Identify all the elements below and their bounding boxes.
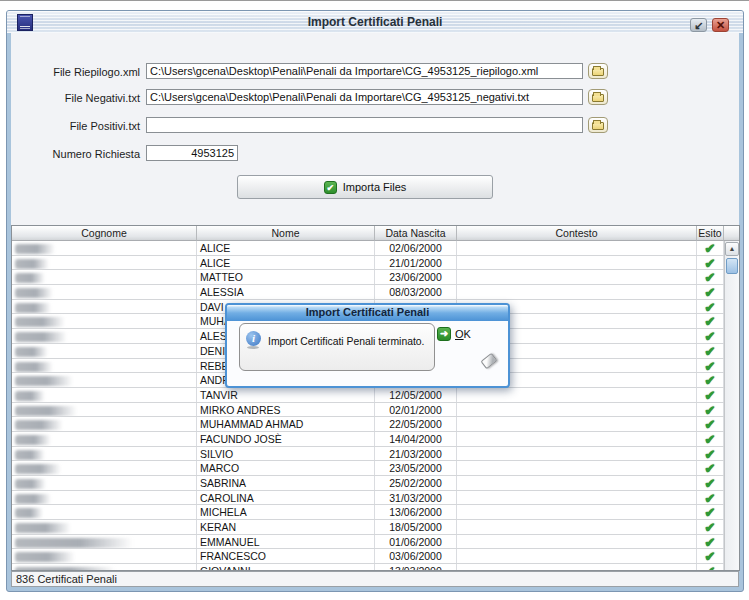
scrollbar-thumb[interactable] — [726, 258, 738, 274]
dialog-title[interactable]: Import Certificati Penali — [227, 305, 508, 321]
nome-cell: SABRINA — [197, 476, 375, 490]
cognome-cell — [12, 329, 197, 343]
nome-cell: MARCO — [197, 461, 375, 475]
table-row[interactable]: CAROLINA31/03/2000✔ — [12, 491, 724, 506]
contesto-cell — [457, 491, 697, 505]
nome-cell: ALICE — [197, 241, 375, 255]
table-scrollbar[interactable]: ▲ — [724, 241, 739, 570]
data-nascita-cell: 25/02/2000 — [375, 476, 457, 490]
browse-folder-button[interactable] — [588, 117, 608, 133]
scrollbar-up-icon[interactable]: ▲ — [725, 242, 739, 256]
browse-folder-button[interactable] — [588, 63, 608, 79]
column-header[interactable]: Data Nascita — [375, 226, 457, 241]
esito-cell: ✔ — [697, 476, 724, 490]
field-label: Numero Richiesta — [16, 146, 140, 162]
field-input[interactable] — [146, 117, 583, 133]
column-header[interactable]: Esito — [697, 226, 724, 241]
esito-check-icon: ✔ — [697, 242, 723, 255]
table-row[interactable]: MICHELA13/06/2000✔ — [12, 505, 724, 520]
contesto-cell — [457, 520, 697, 534]
field-input[interactable]: C:\Users\gcena\Desktop\Penali\Penali da … — [146, 89, 583, 105]
esito-check-icon: ✔ — [697, 418, 723, 431]
table-row[interactable]: ALICE21/01/2000✔ — [12, 256, 724, 271]
esito-check-icon: ✔ — [697, 521, 723, 534]
esito-cell: ✔ — [697, 491, 724, 505]
import-result-dialog: Import Certificati Penali i Import Certi… — [225, 303, 510, 388]
table-row[interactable]: GIOVANNI13/03/2000✔ — [12, 564, 724, 571]
esito-cell: ✔ — [697, 285, 724, 299]
column-header[interactable]: Contesto — [457, 226, 697, 241]
redacted-cognome — [15, 347, 48, 357]
cognome-cell — [12, 256, 197, 270]
contesto-cell — [457, 270, 697, 284]
table-row[interactable]: ALICE02/06/2000✔ — [12, 241, 724, 256]
ok-button[interactable]: ➜ OK — [437, 327, 471, 341]
esito-check-icon: ✔ — [697, 345, 723, 358]
redacted-cognome — [15, 376, 73, 386]
table-row[interactable]: MATTEO23/06/2000✔ — [12, 270, 724, 285]
esito-check-icon: ✔ — [697, 477, 723, 490]
contesto-cell — [457, 535, 697, 549]
browse-folder-button[interactable] — [588, 89, 608, 105]
cognome-cell — [12, 461, 197, 475]
contesto-cell — [457, 476, 697, 490]
table-row[interactable]: MARCO23/05/2000✔ — [12, 461, 724, 476]
esito-cell: ✔ — [697, 403, 724, 417]
table-row[interactable]: KERAN18/05/2000✔ — [12, 520, 724, 535]
table-row[interactable]: MUHAMMAD AHMAD22/05/2000✔ — [12, 417, 724, 432]
minimize-icon[interactable]: ↙ — [690, 18, 707, 32]
cognome-cell — [12, 564, 197, 571]
table-row[interactable]: ALESSIA08/03/2000✔ — [12, 285, 724, 300]
table-row[interactable]: EMMANUEL01/06/2000✔ — [12, 535, 724, 550]
cognome-cell — [12, 359, 197, 373]
nome-cell: ALESSIA — [197, 285, 375, 299]
close-icon[interactable]: ✕ — [712, 18, 729, 32]
esito-check-icon: ✔ — [697, 389, 723, 402]
dialog-message: Import Certificati Penali terminato. — [268, 336, 425, 347]
table-row[interactable]: TANVIR12/05/2000✔ — [12, 388, 724, 403]
window-titlebar[interactable]: Import Certificati Penali ↙ ✕ — [7, 11, 743, 33]
data-nascita-cell: 23/05/2000 — [375, 461, 457, 475]
importa-files-button[interactable]: ✔ Importa Files — [237, 175, 493, 199]
dialog-message-panel: i Import Certificati Penali terminato. — [239, 323, 435, 371]
esito-check-icon: ✔ — [697, 506, 723, 519]
esito-check-icon: ✔ — [697, 462, 723, 475]
esito-check-icon: ✔ — [697, 301, 723, 314]
field-input[interactable]: 4953125 — [146, 145, 238, 161]
data-nascita-cell: 21/03/2000 — [375, 447, 457, 461]
field-input[interactable]: C:\Users\gcena\Desktop\Penali\Penali da … — [146, 63, 583, 79]
table-row[interactable]: FRANCESCO03/06/2000✔ — [12, 549, 724, 564]
nome-cell: TANVIR — [197, 388, 375, 402]
column-header[interactable]: Cognome — [12, 226, 197, 241]
data-nascita-cell: 08/03/2000 — [375, 285, 457, 299]
contesto-cell — [457, 505, 697, 519]
cognome-cell — [12, 373, 197, 387]
table-row[interactable]: MIRKO ANDRES02/01/2000✔ — [12, 403, 724, 418]
esito-cell: ✔ — [697, 314, 724, 328]
table-row[interactable]: SABRINA25/02/2000✔ — [12, 476, 724, 491]
esito-check-icon: ✔ — [697, 404, 723, 417]
esito-cell: ✔ — [697, 549, 724, 563]
cognome-cell — [12, 241, 197, 255]
redacted-cognome — [15, 244, 55, 254]
nome-cell: MICHELA — [197, 505, 375, 519]
table-row[interactable]: FACUNDO JOSÈ14/04/2000✔ — [12, 432, 724, 447]
data-nascita-cell: 12/05/2000 — [375, 388, 457, 402]
redacted-cognome — [15, 494, 51, 504]
redacted-cognome — [15, 479, 46, 489]
data-nascita-cell: 23/06/2000 — [375, 270, 457, 284]
nome-cell: SILVIO — [197, 447, 375, 461]
data-nascita-cell: 02/06/2000 — [375, 241, 457, 255]
table-row[interactable]: SILVIO21/03/2000✔ — [12, 447, 724, 462]
esito-cell: ✔ — [697, 564, 724, 571]
nome-cell: FACUNDO JOSÈ — [197, 432, 375, 446]
data-nascita-cell: 14/04/2000 — [375, 432, 457, 446]
contesto-cell — [457, 447, 697, 461]
cognome-cell — [12, 491, 197, 505]
column-header[interactable]: Nome — [197, 226, 375, 241]
cognome-cell — [12, 476, 197, 490]
nome-cell: MIRKO ANDRES — [197, 403, 375, 417]
esito-cell: ✔ — [697, 256, 724, 270]
esito-check-icon: ✔ — [697, 330, 723, 343]
check-icon: ✔ — [324, 181, 337, 194]
